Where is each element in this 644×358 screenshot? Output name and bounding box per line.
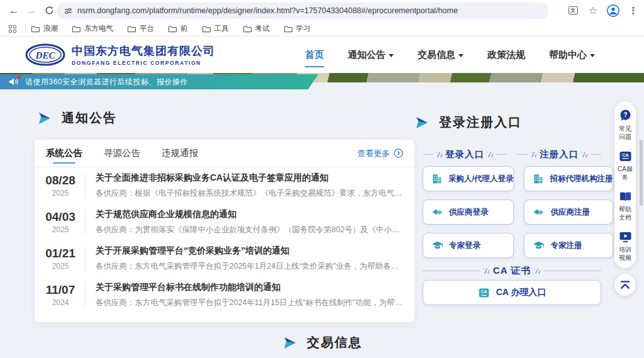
- login-buttons-grid: 采购人/代理人登录 招标代理机构注册 供应商登录 供应商注册 专家登录 专家注册: [423, 166, 601, 258]
- login-section-title: 登录注册入口: [416, 114, 522, 131]
- folder-icon: [72, 25, 80, 33]
- chevron-down-icon: [389, 54, 394, 57]
- main-nav: 首页 通知公告 交易信息 政策法规 帮助中心: [305, 37, 595, 73]
- bookmark-folder[interactable]: 东方电气: [72, 24, 113, 33]
- notice-list-item[interactable]: 08/28 2025 关于全面推进非招标采购业务CA认证及电子签章应用的通知 各…: [35, 167, 414, 204]
- dec-logo-icon: DEC: [25, 43, 65, 66]
- help-doc-icon: [619, 191, 632, 203]
- handshake-icon: [431, 206, 443, 218]
- company-logo[interactable]: DEC 中国东方电气集团有限公司 DONGFANG ELECTRIC CORPO…: [25, 43, 215, 66]
- sidebar-item-training-videos[interactable]: 培训视频: [618, 231, 633, 262]
- slash-decoration: [582, 152, 587, 157]
- view-more-link[interactable]: 查看更多: [357, 148, 403, 159]
- bidding-agency-register-button[interactable]: 招标代理机构注册: [524, 166, 613, 191]
- notice-list-item[interactable]: 01/21 2025 关于开展采购管理平台“竞价采购业务”培训的通知 各供应商：…: [35, 240, 414, 277]
- notice-list-item[interactable]: 04/03 2025 关于规范供应商企业规模信息的通知 各供应商：为贯彻落实《保…: [35, 204, 414, 240]
- url-bar[interactable]: nsrm.dongfang.com/platform/runtime/epp/d…: [57, 3, 548, 19]
- bookmark-folder[interactable]: 学习: [284, 24, 311, 33]
- expert-register-button[interactable]: 专家注册: [524, 233, 613, 258]
- nav-item-home[interactable]: 首页: [305, 45, 324, 65]
- profile-avatar-icon[interactable]: [606, 4, 620, 18]
- bookmark-folder[interactable]: 浪潮: [31, 24, 58, 33]
- arrow-icon: [416, 117, 429, 128]
- folder-icon: [284, 25, 292, 33]
- back-icon[interactable]: ←: [5, 2, 23, 20]
- page-scrollbar[interactable]: [640, 140, 643, 206]
- notice-summary: 各供应商：根据《电子招标投标系统技术规范》《电子采购交易规范》要求，东方电气采购…: [96, 188, 404, 199]
- browser-menu-icon[interactable]: ⋮: [626, 4, 640, 18]
- bookmark-label: 浪潮: [43, 24, 58, 33]
- notices-card: 系统公告 寻源公告 违规通报 查看更多 08/28 2025 关于全面推进非招标…: [35, 140, 414, 322]
- folder-icon: [127, 25, 136, 33]
- notice-summary: 各供应商：为贯彻落实《保障中小企业款项支付条例》（国务院令第802号）及《中小企…: [96, 225, 404, 235]
- notice-title[interactable]: 关于全面推进非招标采购业务CA认证及电子签章应用的通知: [96, 172, 404, 184]
- nav-item-trade-info[interactable]: 交易信息: [418, 45, 464, 65]
- notice-title[interactable]: 关于采购管理平台标书在线制作功能培训的通知: [96, 282, 404, 293]
- tab-violation-reports[interactable]: 违规通报: [162, 140, 198, 167]
- notice-date: 01/21 2025: [41, 247, 80, 271]
- tab-sourcing-notices[interactable]: 寻源公告: [104, 140, 140, 167]
- bookmark-folder[interactable]: 平台: [127, 24, 154, 33]
- bookmark-label: 平台: [140, 24, 154, 33]
- notice-summary: 各供应商：东方电气采购管理平台拟于2025年1月24日上线“竞价采购”业务，为帮…: [96, 261, 404, 272]
- circle-arrow-right-icon: [394, 148, 403, 158]
- purchaser-agent-login-button[interactable]: 采购人/代理人登录: [423, 166, 514, 191]
- bookmark-folder[interactable]: 工具: [202, 24, 229, 33]
- bookmarks-bar: 浪潮 东方电气 平台 前 工具 考试 学习: [0, 21, 644, 36]
- browser-toolbar: ← → nsrm.dongfang.com/platform/runtime/e…: [0, 0, 644, 21]
- notice-title[interactable]: 关于开展采购管理平台“竞价采购业务”培训的通知: [96, 245, 404, 257]
- translate-icon[interactable]: 文: [566, 4, 580, 18]
- nav-item-policies[interactable]: 政策法规: [487, 45, 525, 65]
- building-icon: [533, 173, 544, 184]
- page-info-icon[interactable]: [64, 7, 72, 15]
- chevron-down-icon: [590, 54, 595, 57]
- bookmark-star-icon[interactable]: ☆: [586, 4, 600, 18]
- svg-text:DEC: DEC: [35, 50, 56, 60]
- expert-login-button[interactable]: 专家登录: [423, 233, 514, 258]
- handshake-icon: [533, 206, 545, 218]
- nav-item-notices[interactable]: 通知公告: [348, 45, 394, 65]
- ca-card-icon: CA: [619, 150, 632, 162]
- nav-item-help-center[interactable]: 帮助中心: [549, 45, 595, 65]
- bookmark-folder[interactable]: 考试: [243, 24, 270, 33]
- folder-icon: [31, 25, 40, 33]
- forward-icon[interactable]: →: [23, 2, 40, 20]
- slash-decoration: [487, 152, 493, 157]
- notice-date: 11/07 2024: [41, 283, 80, 307]
- notice-summary: 各供应商：东方电气采购管理平台拟于2024年11月15日上线“标书在线制作”功能…: [96, 298, 404, 308]
- bookmark-folder[interactable]: 前: [168, 24, 188, 33]
- bookmark-label: 东方电气: [84, 24, 113, 33]
- folder-icon: [243, 25, 252, 33]
- sidebar-item-faq[interactable]: ? 常见问题: [618, 109, 633, 141]
- url-text: nsrm.dongfang.com/platform/runtime/epp/d…: [77, 6, 458, 15]
- apps-grid-icon[interactable]: [9, 25, 16, 33]
- bookmark-label: 考试: [255, 24, 270, 33]
- graduation-cap-icon: [533, 240, 545, 251]
- tab-system-notices[interactable]: 系统公告: [46, 140, 82, 167]
- divider: [85, 173, 86, 198]
- company-name-en: DONGFANG ELECTRIC CORPORATION: [72, 60, 215, 66]
- bookmark-label: 学习: [296, 24, 311, 33]
- bookmark-label: 前: [180, 24, 188, 33]
- browser-notice-banner: 请使用360安全浏览器进行后续投标、报价操作: [0, 74, 318, 89]
- notice-list-item[interactable]: 11/07 2024 关于采购管理平台标书在线制作功能培训的通知 各供应商：东方…: [35, 277, 414, 313]
- divider: [25, 25, 26, 33]
- back-to-top-button[interactable]: [614, 274, 636, 296]
- notice-title[interactable]: 关于规范供应商企业规模信息的通知: [96, 209, 404, 220]
- chevron-down-icon: [458, 54, 464, 57]
- training-video-icon: [619, 231, 632, 243]
- slash-decoration: [436, 152, 442, 157]
- register-entry-header: 注册入口: [517, 148, 601, 160]
- supplier-register-button[interactable]: 供应商注册: [524, 199, 613, 225]
- arrow-icon: [39, 113, 52, 124]
- company-name-cn: 中国东方电气集团有限公司: [72, 43, 215, 59]
- browser-chrome: ← → nsrm.dongfang.com/platform/runtime/e…: [0, 0, 644, 36]
- supplier-login-button[interactable]: 供应商登录: [423, 199, 514, 225]
- reload-icon[interactable]: [40, 2, 58, 20]
- slash-decoration: [484, 268, 489, 274]
- sidebar-item-help-docs[interactable]: 帮助文档: [618, 191, 633, 221]
- building-icon: [431, 173, 443, 184]
- sidebar-item-ca-service[interactable]: CA CA服务: [618, 150, 633, 181]
- ca-entry-button[interactable]: CA CA 办理入口: [423, 280, 601, 305]
- graduation-cap-icon: [431, 240, 443, 251]
